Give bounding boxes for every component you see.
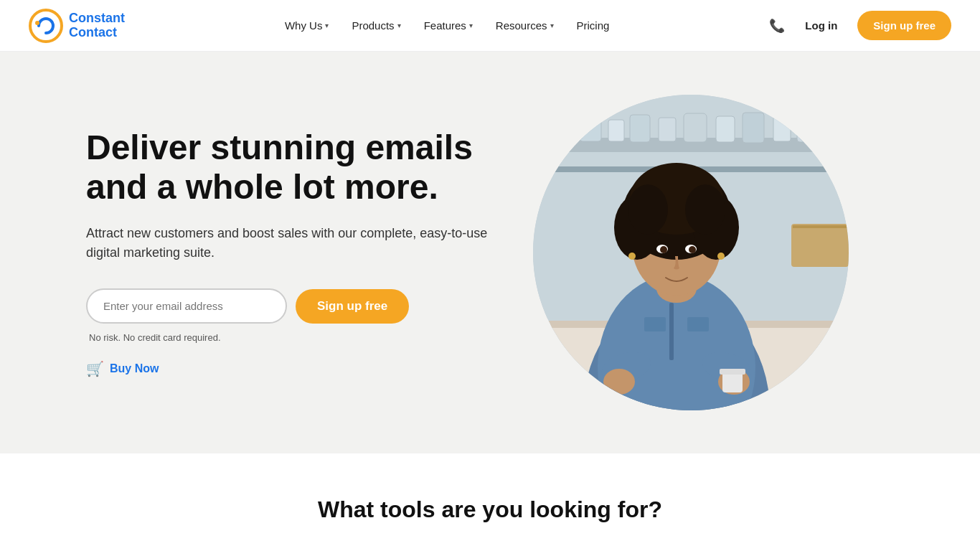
logo-text: Constant Contact — [69, 11, 125, 40]
svg-rect-16 — [793, 225, 847, 228]
svg-point-37 — [717, 253, 725, 260]
svg-rect-9 — [659, 118, 676, 141]
chevron-down-icon: ▾ — [325, 22, 329, 29]
no-risk-text: No risk. No credit card required. — [89, 332, 488, 343]
svg-rect-7 — [608, 120, 624, 141]
svg-rect-14 — [797, 115, 817, 142]
nav-products[interactable]: Products ▾ — [341, 14, 410, 37]
tools-section-title: What tools are you looking for? — [29, 496, 951, 523]
hero-image-wrap — [488, 95, 894, 410]
svg-point-34 — [660, 246, 667, 253]
tools-section: What tools are you looking for? — [0, 453, 980, 551]
svg-point-35 — [689, 246, 696, 253]
nav-features[interactable]: Features ▾ — [414, 14, 483, 37]
svg-rect-8 — [630, 115, 650, 142]
buy-now-label: Buy Now — [110, 362, 159, 375]
phone-icon[interactable]: 📞 — [769, 18, 785, 34]
svg-point-36 — [628, 253, 636, 260]
buy-now-link[interactable]: 🛒 Buy Now — [86, 360, 488, 377]
svg-point-1 — [35, 21, 39, 25]
signup-button-nav[interactable]: Sign up free — [857, 11, 951, 40]
svg-rect-5 — [555, 116, 573, 141]
svg-point-0 — [30, 10, 62, 42]
hero-title: Deliver stunning emails and a whole lot … — [86, 128, 488, 207]
chevron-down-icon: ▾ — [550, 22, 554, 29]
logo-link[interactable]: Constant Contact — [29, 9, 125, 43]
cart-icon: 🛒 — [86, 360, 104, 377]
svg-rect-10 — [684, 113, 707, 142]
svg-point-40 — [603, 369, 635, 395]
nav-pricing[interactable]: Pricing — [567, 14, 620, 37]
svg-rect-22 — [644, 317, 666, 331]
nav-right: 📞 Log in Sign up free — [769, 11, 951, 40]
nav-links: Why Us ▾ Products ▾ Features ▾ Resources… — [275, 14, 619, 37]
hero-content: Deliver stunning emails and a whole lot … — [86, 128, 488, 377]
chevron-down-icon: ▾ — [397, 22, 401, 29]
hero-illustration — [533, 95, 849, 410]
login-button[interactable]: Log in — [796, 14, 846, 37]
hero-subtitle: Attract new customers and boost sales wi… — [86, 224, 488, 263]
main-nav: Constant Contact Why Us ▾ Products ▾ Fea… — [0, 0, 980, 52]
svg-rect-6 — [580, 113, 601, 141]
svg-rect-43 — [720, 369, 745, 375]
nav-resources[interactable]: Resources ▾ — [486, 14, 564, 37]
svg-point-31 — [685, 184, 725, 235]
svg-rect-13 — [773, 116, 791, 141]
svg-rect-12 — [743, 113, 764, 143]
svg-rect-23 — [687, 317, 709, 331]
chevron-down-icon: ▾ — [469, 22, 473, 29]
logo-icon — [29, 9, 63, 43]
svg-rect-11 — [716, 116, 735, 142]
hero-form: Sign up free — [86, 288, 488, 324]
hero-circle-image — [533, 95, 849, 410]
svg-point-30 — [628, 184, 668, 235]
signup-button-hero[interactable]: Sign up free — [296, 289, 409, 324]
svg-rect-21 — [669, 303, 674, 360]
svg-rect-15 — [791, 224, 849, 267]
nav-why-us[interactable]: Why Us ▾ — [275, 14, 339, 37]
email-input[interactable] — [86, 288, 287, 324]
hero-section: Deliver stunning emails and a whole lot … — [0, 52, 980, 453]
